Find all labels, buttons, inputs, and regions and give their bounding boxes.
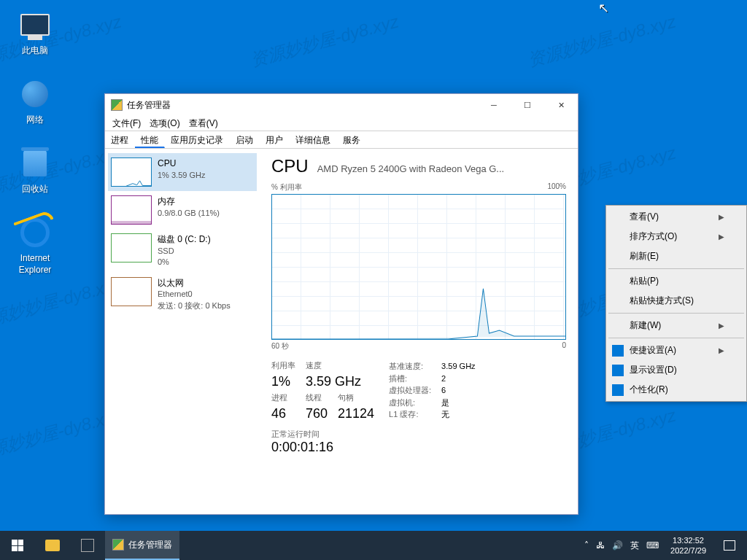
chart-ylabel: % 利用率 — [271, 182, 302, 192]
tray-volume-icon[interactable]: 🔊 — [612, 540, 623, 551]
task-manager-window[interactable]: 任务管理器 ─ ☐ ✕ 文件(F) 选项(O) 查看(V) 进程 性能 应用历史… — [104, 93, 578, 515]
label: 此电脑 — [7, 45, 63, 57]
personalize-icon — [612, 384, 624, 396]
cpu-utilization-chart[interactable] — [271, 194, 566, 340]
label: 网络 — [7, 114, 63, 126]
recycle-bin-icon — [23, 150, 47, 176]
window-title: 任务管理器 — [127, 99, 477, 112]
stats-secondary: 基准速度:3.59 GHz 插槽:2 虚拟处理器:6 虚拟机:是 L1 缓存:无 — [389, 360, 475, 421]
desktop-icon-recycle-bin[interactable]: 回收站 — [7, 146, 63, 195]
menu-paste-shortcut[interactable]: 粘贴快捷方式(S) — [608, 291, 745, 311]
task-label: 任务管理器 — [128, 539, 172, 551]
tab-users[interactable]: 用户 — [260, 131, 290, 148]
display-icon — [612, 365, 624, 376]
performance-sidebar: CPU 1% 3.59 GHz 内存 0.9/8.0 GB (11%) 磁盘 0… — [105, 149, 260, 514]
sidebar-item-cpu[interactable]: CPU 1% 3.59 GHz — [108, 153, 257, 191]
start-button[interactable] — [0, 531, 35, 560]
taskbar-clock[interactable]: 13:32:52 2022/7/29 — [665, 535, 712, 556]
desktop-icon-this-pc[interactable]: 此电脑 — [7, 7, 63, 57]
value: 发送: 0 接收: 0 Kbps — [158, 300, 231, 311]
menu-display-settings[interactable]: 显示设置(D) — [608, 360, 745, 380]
uptime: 正常运行时间 0:00:01:16 — [271, 429, 566, 455]
processes-value: 46 — [271, 406, 295, 421]
titlebar[interactable]: 任务管理器 ─ ☐ ✕ — [105, 94, 578, 116]
handles-value: 21124 — [338, 406, 374, 421]
menu-sort[interactable]: 排序方式(O)▶ — [608, 227, 745, 246]
cpu-model: AMD Ryzen 5 2400G with Radeon Vega G... — [317, 163, 505, 174]
adapter: Ethernet0 — [158, 289, 231, 300]
menu-view[interactable]: 查看(V) — [185, 116, 222, 131]
tray-network-icon[interactable]: 🖧 — [596, 540, 605, 551]
threads-value: 760 — [306, 406, 328, 421]
menu-options[interactable]: 选项(O) — [145, 116, 184, 131]
tab-performance[interactable]: 性能 — [135, 131, 165, 148]
tray-chevron-icon[interactable]: ˄ — [584, 540, 589, 551]
sidebar-item-ethernet[interactable]: 以太网 Ethernet0 发送: 0 接收: 0 Kbps — [108, 273, 257, 316]
maximize-button[interactable]: ☐ — [511, 94, 544, 116]
system-tray: ˄ 🖧 🔊 英 ⌨ — [578, 540, 665, 552]
label: Internet Explorer — [7, 253, 63, 276]
ie-icon — [20, 218, 50, 247]
label: 内存 — [158, 195, 220, 208]
cpu-mini-chart — [111, 158, 152, 187]
taskbar-task-manager[interactable]: 任务管理器 — [105, 531, 179, 560]
stats-primary: 利用率 速度 1% 3.59 GHz 进程 线程 句柄 46 760 21124 — [271, 360, 374, 421]
taskbar[interactable]: 任务管理器 ˄ 🖧 🔊 英 ⌨ 13:32:52 2022/7/29 — [0, 531, 747, 560]
subtype: SSD — [158, 246, 211, 257]
minimize-button[interactable]: ─ — [477, 94, 511, 116]
menu-view[interactable]: 查看(V)▶ — [608, 207, 745, 227]
settings-icon — [612, 345, 624, 357]
taskbar-explorer[interactable] — [35, 531, 70, 560]
memory-mini-chart — [111, 195, 152, 225]
label: 以太网 — [158, 277, 231, 289]
clock-time: 13:32:52 — [670, 535, 706, 545]
tab-processes[interactable]: 进程 — [105, 131, 135, 148]
detail-title: CPU — [271, 156, 309, 176]
label: CPU — [158, 158, 205, 170]
taskbar-store[interactable] — [70, 531, 105, 560]
folder-icon — [45, 540, 60, 551]
sidebar-item-memory[interactable]: 内存 0.9/8.0 GB (11%) — [108, 191, 257, 229]
menu-refresh[interactable]: 刷新(E) — [608, 246, 745, 266]
monitor-icon — [20, 14, 50, 36]
sidebar-item-disk[interactable]: 磁盘 0 (C: D:) SSD 0% — [108, 229, 257, 273]
tray-ime[interactable]: 英 — [630, 540, 639, 552]
desktop-icon-network[interactable]: 网络 — [7, 77, 63, 126]
globe-icon — [22, 81, 48, 107]
notification-icon — [724, 540, 735, 551]
windows-icon — [12, 540, 23, 551]
tab-services[interactable]: 服务 — [337, 131, 367, 148]
menu-personalize[interactable]: 个性化(R) — [608, 380, 745, 400]
tab-apphistory[interactable]: 应用历史记录 — [165, 131, 230, 148]
clock-date: 2022/7/29 — [670, 545, 706, 556]
speed-value: 3.59 GHz — [306, 374, 374, 389]
label: 磁盘 0 (C: D:) — [158, 233, 211, 246]
task-manager-icon — [112, 539, 124, 551]
menubar: 文件(F) 选项(O) 查看(V) — [105, 116, 578, 131]
value: 1% 3.59 GHz — [158, 170, 205, 181]
desktop-icon-ie[interactable]: Internet Explorer — [7, 215, 63, 276]
value: 0.9/8.0 GB (11%) — [158, 208, 220, 219]
net-mini-chart — [111, 277, 152, 306]
utilization-value: 1% — [271, 374, 295, 389]
chart-ymax: 100% — [547, 182, 566, 192]
uptime-value: 0:00:01:16 — [271, 440, 566, 455]
menu-new[interactable]: 新建(W)▶ — [608, 316, 745, 335]
desktop-context-menu: 查看(V)▶ 排序方式(O)▶ 刷新(E) 粘贴(P) 粘贴快捷方式(S) 新建… — [605, 205, 747, 402]
tray-keyboard-icon[interactable]: ⌨ — [646, 540, 659, 551]
task-manager-icon — [111, 99, 123, 111]
menu-quick-settings[interactable]: 便捷设置(A)▶ — [608, 341, 745, 360]
close-button[interactable]: ✕ — [544, 94, 578, 116]
tabbar: 进程 性能 应用历史记录 启动 用户 详细信息 服务 — [105, 131, 578, 148]
performance-detail: CPU AMD Ryzen 5 2400G with Radeon Vega G… — [260, 149, 578, 514]
tab-details[interactable]: 详细信息 — [290, 131, 337, 148]
action-center-button[interactable] — [712, 531, 747, 560]
menu-paste[interactable]: 粘贴(P) — [608, 271, 745, 291]
tab-startup[interactable]: 启动 — [230, 131, 260, 148]
store-icon — [81, 539, 94, 552]
chart-xmin: 0 — [562, 341, 566, 351]
label: 回收站 — [7, 184, 63, 195]
menu-file[interactable]: 文件(F) — [108, 116, 145, 131]
chart-xmax: 60 秒 — [271, 341, 289, 351]
value: 0% — [158, 257, 211, 268]
